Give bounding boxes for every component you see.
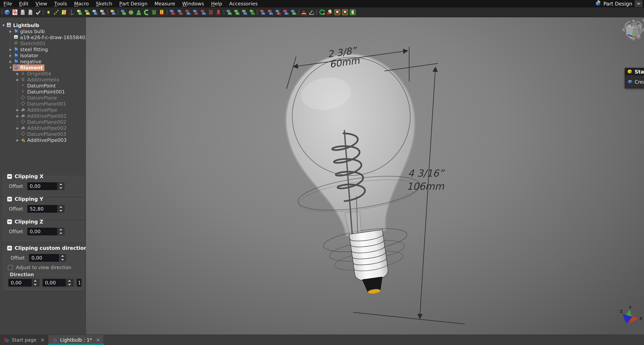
collapsed-arrow-icon[interactable]: ▶ [16, 108, 20, 112]
draft-button[interactable] [274, 9, 282, 16]
menu-help[interactable]: Help [208, 0, 226, 8]
navigation-cube[interactable]: TOP RIGHT [622, 19, 644, 41]
tree-item-sketch001[interactable]: Sketch001 [0, 41, 94, 47]
nav-up-arrow[interactable] [631, 19, 636, 22]
create-sketch-button[interactable] [12, 9, 18, 16]
subtractive-box-button[interactable] [215, 9, 222, 16]
menu-windows[interactable]: Windows [178, 0, 208, 8]
toolbar-grip-handle[interactable] [256, 9, 258, 16]
menu-tools[interactable]: Tools [51, 0, 70, 8]
menu-edit[interactable]: Edit [16, 0, 32, 8]
spin-up-button[interactable] [59, 254, 66, 258]
datum-line-button[interactable] [53, 9, 60, 16]
menu-file[interactable]: File [0, 0, 16, 8]
clipping-custom-checkbox[interactable] [7, 246, 12, 250]
offset-spinbox[interactable]: 0,00 [27, 228, 64, 235]
menu-part-design[interactable]: Part Design [116, 0, 151, 8]
toolbar-grip-handle[interactable] [297, 9, 300, 16]
edit-sketch-button[interactable] [19, 9, 26, 16]
menu-sketch[interactable]: Sketch [92, 0, 116, 8]
nav-right-arrow[interactable] [642, 28, 644, 32]
tree-item-glass-bulb[interactable]: ▶glass bulb [0, 28, 94, 35]
additive-torus-button[interactable] [143, 9, 150, 16]
collapsed-arrow-icon[interactable]: ▶ [8, 48, 13, 51]
create-body-button[interactable]: Create body [634, 79, 644, 85]
additive-box-button[interactable] [120, 9, 127, 16]
close-icon[interactable]: ✕ [40, 337, 44, 343]
revolution-button[interactable] [84, 9, 90, 16]
additive-loft-button[interactable] [91, 9, 98, 16]
multitransform-button[interactable] [248, 9, 256, 16]
direction-y-spinbox[interactable]: 0,00 [42, 279, 74, 286]
tree-item-isolator[interactable]: ▶Isolator [0, 53, 94, 59]
nav-left-arrow[interactable] [622, 28, 624, 32]
mirrored-button[interactable] [226, 9, 232, 16]
menu-view[interactable]: View [32, 0, 51, 8]
spin-up-button[interactable] [57, 228, 64, 231]
menu-macro[interactable]: Macro [70, 0, 92, 8]
additive-pipe-button[interactable] [99, 9, 106, 16]
document-tab-start-page[interactable]: FStart page✕ [0, 335, 48, 345]
measure-refresh-button[interactable] [318, 9, 325, 16]
additive-feature-button[interactable] [109, 9, 116, 16]
clipping-checkbox[interactable] [7, 197, 12, 201]
tree-item-steel-fitting[interactable]: ▶steel fitting [0, 47, 94, 53]
pocket-button[interactable] [169, 9, 176, 16]
pad-button[interactable] [76, 9, 83, 16]
collapsed-arrow-icon[interactable]: ▶ [16, 72, 20, 75]
collapsed-arrow-icon[interactable]: ▶ [16, 126, 20, 130]
menu-measure[interactable]: Measure [151, 0, 178, 8]
document-tab-lightbulb-1-[interactable]: FLightbulb : 1*✕ [48, 335, 104, 345]
measure-clear-all-button[interactable] [326, 9, 333, 16]
subtractive-helix-button[interactable] [207, 9, 214, 16]
measure-toggle-delta-button[interactable] [342, 9, 348, 16]
boolean-operation-button[interactable] [290, 9, 297, 16]
spin-down-button[interactable] [59, 258, 66, 262]
linear-pattern-button[interactable] [233, 9, 240, 16]
tree-item-filament[interactable]: ▼filament [0, 65, 94, 71]
offset-spinbox[interactable]: 0,00 [27, 182, 64, 190]
direction-x-spinbox[interactable]: 0,00 [8, 279, 39, 286]
measure-linear-button[interactable] [300, 9, 307, 16]
toolbar-grip-handle[interactable] [117, 9, 120, 16]
measure-angular-button[interactable] [308, 9, 315, 16]
collapsed-arrow-icon[interactable]: ▶ [8, 60, 13, 63]
3d-viewport[interactable]: 2 3/8” 60mm 4 3/16” 106mm [86, 17, 644, 334]
toolbar-grip-handle[interactable] [315, 9, 318, 16]
chevron-down-icon[interactable] [634, 0, 643, 7]
collapsed-arrow-icon[interactable]: ▶ [16, 114, 20, 118]
menu-accessories[interactable]: Accessories [226, 0, 261, 8]
collapsed-arrow-icon[interactable]: ▶ [8, 54, 13, 57]
clipping-checkbox[interactable] [7, 174, 12, 179]
map-sketch-button[interactable] [27, 9, 34, 16]
nav-small-cube[interactable] [636, 35, 641, 40]
task-panel-header[interactable]: Start Part [625, 68, 644, 76]
measure-toggle-all-button[interactable] [349, 9, 356, 16]
expanded-arrow-icon[interactable]: ▼ [8, 66, 13, 69]
validate-sketch-button[interactable] [34, 9, 42, 16]
collapsed-arrow-icon[interactable]: ▶ [16, 78, 20, 81]
fillet-button[interactable] [259, 9, 266, 16]
direction-z-spinbox[interactable]: 1 [77, 279, 82, 286]
close-icon[interactable]: ✕ [96, 337, 100, 343]
toolbar-grip-handle[interactable] [166, 9, 168, 16]
local-coordinate-system-button[interactable] [68, 9, 75, 16]
tree-item-lightbulb[interactable]: ▼Lightbulb [0, 22, 87, 28]
toolbar-grip-handle[interactable] [106, 9, 109, 16]
clipping-checkbox[interactable] [7, 219, 12, 224]
subtractive-pipe-button[interactable] [200, 9, 206, 16]
tree-item-a19-e26-f-c-draw-1655840203[interactable]: a19-e26-f-c-draw-1655840203 [0, 35, 94, 41]
model-tree[interactable]: ▼Lightbulb▶glass bulba19-e26-f-c-draw-16… [0, 17, 86, 175]
collapsed-arrow-icon[interactable]: ▶ [8, 30, 13, 33]
spin-down-button[interactable] [57, 231, 64, 235]
additive-sphere-button[interactable] [128, 9, 134, 16]
adjust-view-checkbox[interactable] [8, 265, 13, 270]
datum-point-button[interactable] [45, 9, 52, 16]
toolbar-grip-handle[interactable] [222, 9, 225, 16]
collapsed-arrow-icon[interactable]: ▶ [16, 139, 20, 142]
tree-item-negative[interactable]: ▶negative [0, 59, 94, 65]
toolbar-grip-handle[interactable] [42, 9, 44, 16]
subtractive-loft-button[interactable] [192, 9, 199, 16]
spin-up-button[interactable] [57, 182, 64, 186]
polar-pattern-button[interactable] [241, 9, 248, 16]
